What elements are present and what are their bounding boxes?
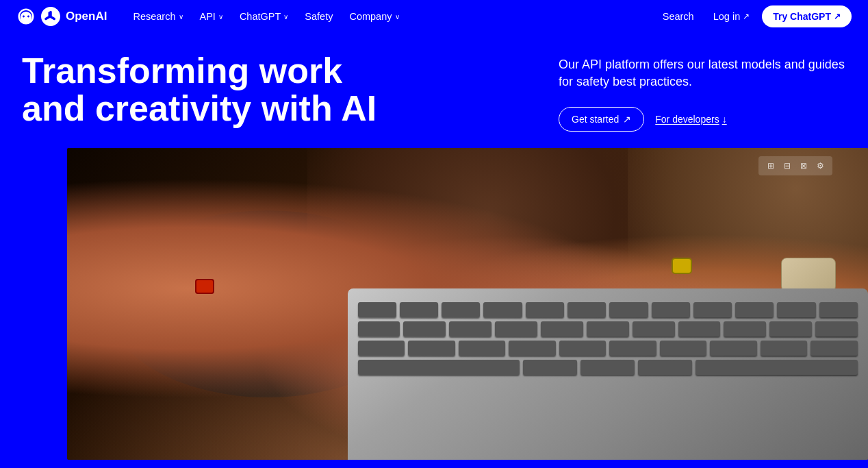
hero-image-container: ⊞ ⊟ ⊠ ⚙ <box>0 148 868 468</box>
key <box>815 321 858 336</box>
for-developers-button[interactable]: For developers ↓ <box>655 108 726 131</box>
key <box>609 341 656 356</box>
login-button[interactable]: Log in ↗ <box>706 7 757 26</box>
company-chevron: ∨ <box>395 13 400 21</box>
phone-item <box>781 258 836 292</box>
research-chevron: ∨ <box>179 13 183 21</box>
photo-background <box>67 148 868 460</box>
image-settings[interactable]: ⚙ <box>813 159 827 173</box>
chatgpt-chevron: ∨ <box>283 13 288 21</box>
image-control-3[interactable]: ⊠ <box>797 159 810 173</box>
key <box>678 321 721 336</box>
key <box>509 341 556 356</box>
get-started-button[interactable]: Get started ↗ <box>559 107 644 132</box>
key-row-2 <box>358 321 858 336</box>
key <box>483 302 522 317</box>
nav-company[interactable]: Company ∨ <box>342 7 406 26</box>
key <box>735 302 774 317</box>
openai-logo[interactable]: OpenAI <box>16 7 107 26</box>
try-arrow-icon: ↗ <box>834 12 841 21</box>
image-controls: ⊞ ⊟ ⊠ ⚙ <box>758 156 832 175</box>
key <box>358 341 405 356</box>
nav-safety[interactable]: Safety <box>298 7 340 26</box>
key <box>541 321 583 336</box>
get-started-arrow-icon: ↗ <box>623 114 631 125</box>
key <box>693 302 732 317</box>
key <box>526 302 564 317</box>
key <box>609 302 648 317</box>
key <box>695 360 858 375</box>
key-row-3 <box>358 341 858 356</box>
hero-title: Transforming work and creativity with AI <box>22 52 392 127</box>
key <box>408 341 455 356</box>
nav-chatgpt[interactable]: ChatGPT ∨ <box>233 7 295 26</box>
key <box>400 302 438 317</box>
api-chevron: ∨ <box>218 13 223 21</box>
try-chatgpt-button[interactable]: Try ChatGPT ↗ <box>762 5 852 27</box>
key <box>495 321 537 336</box>
openai-symbol <box>41 7 60 26</box>
key <box>819 302 858 317</box>
key <box>449 321 492 336</box>
login-arrow-icon: ↗ <box>743 12 750 21</box>
key <box>358 360 520 375</box>
key <box>652 302 690 317</box>
key <box>777 302 815 317</box>
nav-left: OpenAI Research ∨ API ∨ ChatGPT ∨ Safety… <box>16 7 407 26</box>
key <box>358 321 400 336</box>
key-row-4 <box>358 360 858 375</box>
watch-left <box>195 279 214 294</box>
search-button[interactable]: Search <box>656 7 701 26</box>
key <box>442 302 480 317</box>
openai-logo-icon <box>16 7 36 26</box>
key <box>403 321 446 336</box>
key <box>724 321 766 336</box>
key <box>761 341 808 356</box>
nav-links: Research ∨ API ∨ ChatGPT ∨ Safety Compan… <box>126 7 406 26</box>
keyboard <box>348 288 869 389</box>
hero-description: Our API platform offers our latest model… <box>559 56 846 90</box>
key <box>710 341 757 356</box>
image-control-2[interactable]: ⊟ <box>780 159 794 173</box>
nav-research[interactable]: Research ∨ <box>126 7 190 26</box>
openai-logo-text: OpenAI <box>66 10 107 23</box>
key <box>459 341 506 356</box>
nav-right: Search Log in ↗ Try ChatGPT ↗ <box>656 5 852 27</box>
navbar: OpenAI Research ∨ API ∨ ChatGPT ∨ Safety… <box>0 0 868 33</box>
image-control-1[interactable]: ⊞ <box>764 159 778 173</box>
key <box>660 341 707 356</box>
key <box>638 360 692 375</box>
key <box>523 360 577 375</box>
key <box>567 302 606 317</box>
key <box>580 360 635 375</box>
for-devs-arrow-icon: ↓ <box>722 114 727 125</box>
key <box>810 341 858 356</box>
laptop <box>348 288 869 460</box>
key-row-1 <box>358 302 858 317</box>
nav-api[interactable]: API ∨ <box>193 7 230 26</box>
hero-section: Transforming work and creativity with AI… <box>0 33 868 148</box>
watch-right <box>672 258 692 274</box>
key <box>633 321 675 336</box>
hero-right: Our API platform offers our latest model… <box>559 52 846 132</box>
key <box>559 341 607 356</box>
hero-left: Transforming work and creativity with AI <box>22 52 559 127</box>
hero-image <box>67 148 868 460</box>
key <box>769 321 812 336</box>
key <box>358 302 396 317</box>
hero-buttons: Get started ↗ For developers ↓ <box>559 107 846 132</box>
key <box>587 321 629 336</box>
